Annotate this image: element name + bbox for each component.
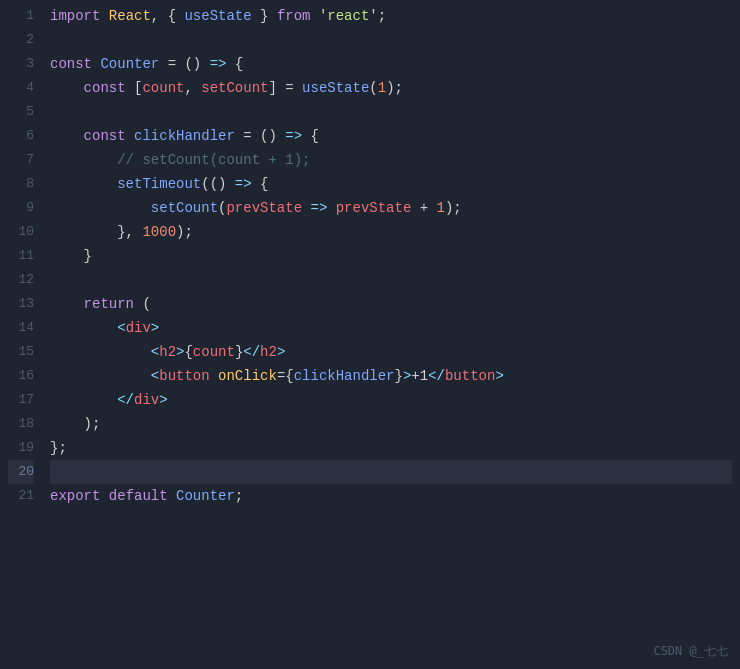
token: from — [277, 8, 311, 24]
line-number: 1 — [8, 4, 34, 28]
token: => — [235, 176, 252, 192]
token: +1 — [411, 368, 428, 384]
token: 1 — [378, 80, 386, 96]
token: , — [184, 80, 201, 96]
token: < — [151, 368, 159, 384]
line-number: 15 — [8, 340, 34, 364]
watermark: CSDN @_七七 — [653, 642, 728, 661]
code-line: }; — [50, 436, 732, 460]
token: ); — [50, 416, 100, 432]
code-area: 123456789101112131415161718192021 import… — [0, 0, 740, 669]
token: div — [134, 392, 159, 408]
line-number: 18 — [8, 412, 34, 436]
token: (() — [201, 176, 235, 192]
token: div — [126, 320, 151, 336]
code-line: ); — [50, 412, 732, 436]
line-number: 19 — [8, 436, 34, 460]
line-number: 9 — [8, 196, 34, 220]
token: 1000 — [142, 224, 176, 240]
token: useState — [184, 8, 251, 24]
line-number: 11 — [8, 244, 34, 268]
token — [50, 368, 151, 384]
token: ); — [445, 200, 462, 216]
code-line: <div> — [50, 316, 732, 340]
code-line — [50, 28, 732, 52]
line-number: 7 — [8, 148, 34, 172]
line-number: 12 — [8, 268, 34, 292]
token — [50, 392, 117, 408]
code-line: const [count, setCount] = useState(1); — [50, 76, 732, 100]
token: return — [84, 296, 134, 312]
token: clickHandler — [134, 128, 235, 144]
token: = () — [159, 56, 209, 72]
token: button — [159, 368, 209, 384]
token: }; — [50, 440, 67, 456]
token: { — [184, 344, 192, 360]
token — [168, 488, 176, 504]
token: + — [411, 200, 436, 216]
line-number: 8 — [8, 172, 34, 196]
token: } — [252, 8, 277, 24]
line-number: 13 — [8, 292, 34, 316]
code-line — [50, 100, 732, 124]
code-content: import React, { useState } from 'react';… — [42, 4, 740, 665]
token — [50, 176, 117, 192]
token: { — [302, 128, 319, 144]
token: { — [252, 176, 269, 192]
token: ={ — [277, 368, 294, 384]
token — [50, 296, 84, 312]
code-line: <button onClick={clickHandler}>+1</butto… — [50, 364, 732, 388]
token: const — [84, 128, 126, 144]
token: ; — [235, 488, 243, 504]
code-line: setTimeout(() => { — [50, 172, 732, 196]
code-line — [50, 460, 732, 484]
token: const — [50, 56, 92, 72]
token: ); — [386, 80, 403, 96]
token — [50, 128, 84, 144]
code-line: </div> — [50, 388, 732, 412]
token: h2 — [260, 344, 277, 360]
code-line: // setCount(count + 1); — [50, 148, 732, 172]
line-number: 4 — [8, 76, 34, 100]
token: count — [193, 344, 235, 360]
code-line: const clickHandler = () => { — [50, 124, 732, 148]
token — [50, 200, 151, 216]
line-number: 2 — [8, 28, 34, 52]
token: React — [109, 8, 151, 24]
token: clickHandler — [294, 368, 395, 384]
code-line: }, 1000); — [50, 220, 732, 244]
token — [100, 488, 108, 504]
token: import — [50, 8, 100, 24]
token: ( — [369, 80, 377, 96]
line-number: 21 — [8, 484, 34, 508]
token: } — [395, 368, 403, 384]
token: ; — [378, 8, 386, 24]
token: { — [226, 56, 243, 72]
token: count — [142, 80, 184, 96]
token: setTimeout — [117, 176, 201, 192]
token: setCount — [151, 200, 218, 216]
token: ] = — [268, 80, 302, 96]
token: > — [277, 344, 285, 360]
token: > — [159, 392, 167, 408]
token — [100, 8, 108, 24]
line-number: 17 — [8, 388, 34, 412]
token: Counter — [100, 56, 159, 72]
line-number: 10 — [8, 220, 34, 244]
token: => — [310, 200, 327, 216]
code-line — [50, 268, 732, 292]
code-line: return ( — [50, 292, 732, 316]
token — [210, 368, 218, 384]
token: 'react' — [319, 8, 378, 24]
token: Counter — [176, 488, 235, 504]
token: => — [285, 128, 302, 144]
token: }, — [117, 224, 142, 240]
line-number: 14 — [8, 316, 34, 340]
token: // setCount(count + 1); — [117, 152, 310, 168]
token — [50, 224, 117, 240]
token: [ — [126, 80, 143, 96]
line-number: 16 — [8, 364, 34, 388]
token: </ — [428, 368, 445, 384]
token: prevState — [336, 200, 412, 216]
token — [50, 320, 117, 336]
